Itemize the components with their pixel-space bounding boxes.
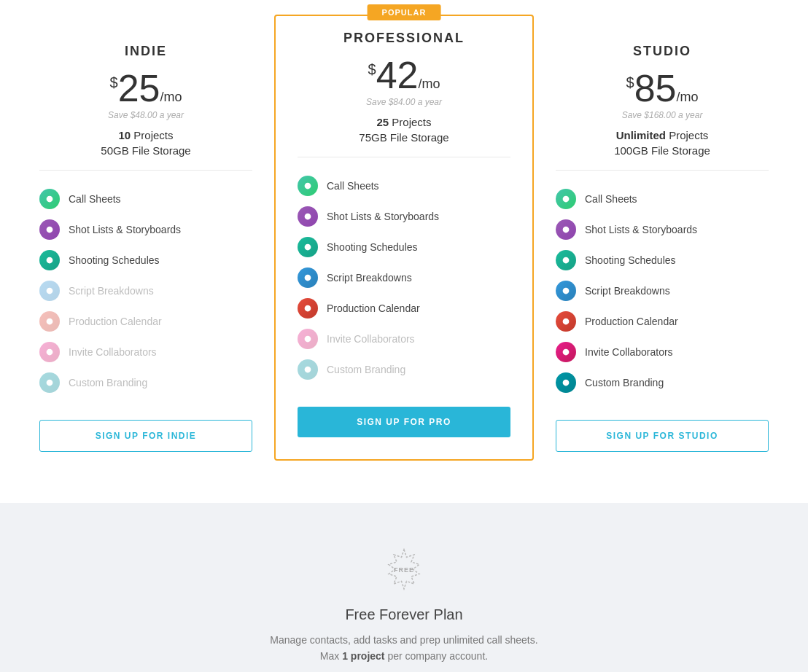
feature-schedules: Shooting Schedules bbox=[556, 245, 769, 276]
feature-label: Invite Collaborators bbox=[585, 346, 673, 358]
feature-label: Call Sheets bbox=[69, 193, 121, 205]
callsheets-icon bbox=[556, 189, 576, 209]
feature-collaborators: Invite Collaborators bbox=[556, 337, 769, 367]
feature-label: Production Calendar bbox=[327, 302, 420, 314]
shotlists-icon bbox=[39, 219, 60, 240]
feature-calendar: Production Calendar bbox=[556, 306, 769, 337]
plan-name: PROFESSIONAL bbox=[298, 31, 510, 46]
calendar-icon bbox=[556, 311, 576, 332]
svg-point-14 bbox=[563, 196, 570, 203]
schedules-icon bbox=[298, 237, 318, 257]
breakdowns-icon bbox=[298, 267, 318, 288]
feature-label: Shooting Schedules bbox=[327, 241, 418, 253]
plan-card-indie: INDIE $25/mo Save $48.00 a year 10 Proje… bbox=[18, 22, 274, 474]
feature-label: Custom Branding bbox=[327, 364, 405, 375]
price-dollar: $ bbox=[110, 74, 118, 90]
svg-point-18 bbox=[563, 319, 570, 325]
divider bbox=[39, 170, 252, 171]
feature-list: Call Sheets Shot Lists & Storyboards Sho… bbox=[556, 184, 769, 398]
free-description: Manage contacts, add tasks and prep unli… bbox=[258, 632, 550, 665]
feature-branding: Custom Branding bbox=[39, 367, 252, 398]
collaborators-icon bbox=[556, 342, 576, 362]
feature-branding: Custom Branding bbox=[298, 354, 510, 385]
calendar-icon bbox=[298, 298, 318, 319]
svg-point-6 bbox=[47, 380, 53, 386]
breakdowns-icon bbox=[556, 281, 576, 301]
svg-point-3 bbox=[47, 288, 53, 294]
svg-point-2 bbox=[47, 257, 53, 264]
svg-point-20 bbox=[563, 380, 570, 386]
svg-point-16 bbox=[563, 257, 570, 264]
plan-card-professional: POPULAR PROFESSIONAL $42/mo Save $84.00 … bbox=[274, 15, 534, 461]
price-per: /mo bbox=[160, 90, 182, 104]
signup-studio-button[interactable]: SIGN UP FOR STUDIO bbox=[556, 420, 769, 452]
feature-label: Shooting Schedules bbox=[69, 254, 160, 266]
feature-callsheets: Call Sheets bbox=[298, 171, 510, 201]
feature-label: Production Calendar bbox=[69, 316, 162, 327]
calendar-icon bbox=[39, 311, 60, 332]
svg-point-19 bbox=[563, 349, 570, 356]
feature-calendar: Production Calendar bbox=[39, 306, 252, 337]
svg-point-10 bbox=[305, 275, 311, 281]
price-save: Save $168.00 a year bbox=[556, 110, 769, 120]
collaborators-icon bbox=[298, 329, 318, 349]
price-amount: 25 bbox=[118, 67, 160, 109]
feature-label: Custom Branding bbox=[69, 377, 147, 388]
plan-price: $85/mo bbox=[556, 69, 769, 107]
branding-icon bbox=[39, 372, 60, 393]
price-per: /mo bbox=[676, 90, 698, 104]
svg-point-9 bbox=[305, 244, 311, 251]
plan-name: STUDIO bbox=[556, 44, 769, 59]
shotlists-icon bbox=[556, 219, 576, 240]
feature-collaborators: Invite Collaborators bbox=[39, 337, 252, 367]
signup-professional-button[interactable]: SIGN UP FOR PRO bbox=[298, 407, 510, 437]
shotlists-icon bbox=[298, 206, 318, 227]
feature-label: Shot Lists & Storyboards bbox=[69, 224, 181, 235]
collaborators-icon bbox=[39, 342, 60, 362]
callsheets-icon bbox=[39, 189, 60, 209]
callsheets-icon bbox=[298, 176, 318, 196]
popular-badge: POPULAR bbox=[368, 4, 441, 20]
feature-label: Script Breakdowns bbox=[327, 272, 412, 284]
feature-branding: Custom Branding bbox=[556, 367, 769, 398]
free-badge: FREE bbox=[381, 547, 427, 593]
feature-label: Invite Collaborators bbox=[69, 346, 157, 358]
svg-point-7 bbox=[305, 183, 311, 190]
plan-details: 10 Projects 50GB File Storage bbox=[39, 129, 252, 157]
feature-label: Invite Collaborators bbox=[327, 333, 415, 345]
price-amount: 42 bbox=[376, 54, 419, 96]
feature-label: Call Sheets bbox=[585, 193, 637, 205]
feature-label: Shooting Schedules bbox=[585, 254, 676, 266]
price-amount: 85 bbox=[634, 67, 677, 109]
storage-info: 100GB File Storage bbox=[556, 144, 769, 157]
plan-price: $42/mo bbox=[298, 56, 510, 94]
plan-name: INDIE bbox=[39, 44, 252, 59]
svg-point-0 bbox=[47, 196, 53, 203]
feature-calendar: Production Calendar bbox=[298, 293, 510, 324]
svg-point-17 bbox=[563, 288, 570, 294]
svg-point-4 bbox=[47, 319, 53, 325]
price-dollar: $ bbox=[626, 74, 634, 90]
feature-shotlists: Shot Lists & Storyboards bbox=[39, 214, 252, 245]
feature-label: Shot Lists & Storyboards bbox=[585, 224, 697, 235]
branding-icon bbox=[298, 359, 318, 380]
feature-shotlists: Shot Lists & Storyboards bbox=[298, 201, 510, 232]
feature-list: Call Sheets Shot Lists & Storyboards Sho… bbox=[39, 184, 252, 398]
schedules-icon bbox=[556, 250, 576, 270]
signup-indie-button[interactable]: SIGN UP FOR INDIE bbox=[39, 420, 252, 452]
feature-breakdowns: Script Breakdowns bbox=[39, 276, 252, 306]
feature-schedules: Shooting Schedules bbox=[298, 232, 510, 262]
plan-details: Unlimited Projects 100GB File Storage bbox=[556, 129, 769, 157]
divider bbox=[298, 157, 510, 157]
plans-container: INDIE $25/mo Save $48.00 a year 10 Proje… bbox=[18, 22, 790, 474]
branding-icon bbox=[556, 372, 576, 393]
price-save: Save $84.00 a year bbox=[298, 97, 510, 107]
price-per: /mo bbox=[418, 77, 440, 91]
svg-point-11 bbox=[305, 305, 311, 312]
storage-info: 75GB File Storage bbox=[298, 131, 510, 144]
free-section: FREE Free Forever Plan Manage contacts, … bbox=[0, 503, 808, 672]
feature-label: Script Breakdowns bbox=[585, 285, 670, 297]
price-dollar: $ bbox=[368, 61, 376, 77]
feature-shotlists: Shot Lists & Storyboards bbox=[556, 214, 769, 245]
feature-collaborators: Invite Collaborators bbox=[298, 324, 510, 354]
